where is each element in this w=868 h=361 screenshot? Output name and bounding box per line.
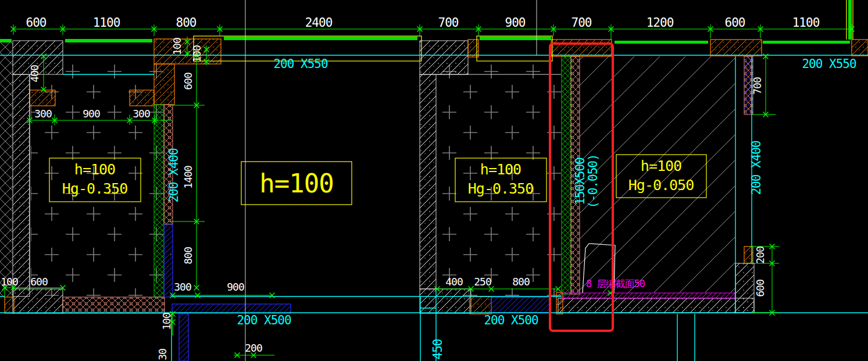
dim-label[interactable]: 1200 xyxy=(646,16,674,30)
dim-label[interactable]: 100 xyxy=(1,276,18,288)
dim-label[interactable]: 700 xyxy=(751,77,763,95)
beam-label[interactable]: 200 X550 xyxy=(273,57,328,71)
dim-label[interactable]: 200 xyxy=(754,246,766,264)
left-edge-crosshatch xyxy=(0,41,13,296)
green-bar xyxy=(763,41,850,44)
cad-drawing-canvas[interactable]: 600 1100 800 2400 700 900 700 1200 600 1… xyxy=(0,0,868,361)
dim-label[interactable]: 100 xyxy=(191,45,203,63)
green-column-strip xyxy=(562,56,571,294)
beam-label[interactable]: 450 xyxy=(431,339,445,359)
orange-block xyxy=(470,296,491,314)
cad-plan-svg[interactable]: 600 1100 800 2400 700 900 700 1200 600 1… xyxy=(0,0,868,361)
room-label[interactable]: Hg-0.350 xyxy=(62,180,127,197)
green-bar xyxy=(615,41,708,44)
beam-label[interactable]: 200 X500 xyxy=(484,313,538,327)
dim-label[interactable]: 700 xyxy=(571,16,592,30)
dim-label[interactable]: 600 xyxy=(182,73,194,90)
blue-beam-horizontal xyxy=(172,304,291,313)
wall-bottom-left xyxy=(13,289,63,313)
dim-label[interactable]: 900 xyxy=(227,281,244,293)
beam-label[interactable]: 200 X400 xyxy=(167,148,181,203)
dim-label[interactable]: 600 xyxy=(30,276,48,288)
beam-label[interactable]: 200 X400 xyxy=(749,141,763,195)
orange-block xyxy=(710,40,762,56)
dim-label[interactable]: 250 xyxy=(474,276,491,288)
dim-label[interactable]: 600 xyxy=(725,16,745,30)
green-bar-vertical xyxy=(848,0,852,40)
wall-right-return xyxy=(735,263,754,313)
orange-block xyxy=(30,90,55,106)
shrink-section-note[interactable]: 8 层缩截面50 xyxy=(586,278,645,289)
room-label[interactable]: Hg-0.050 xyxy=(628,177,694,194)
dim-label[interactable]: 1400 xyxy=(182,166,194,189)
dim-label[interactable]: 400 xyxy=(445,276,463,288)
wall-mid-vertical xyxy=(420,74,436,289)
blue-column-strip xyxy=(164,224,173,297)
blue-beam-horizontal xyxy=(491,297,551,313)
magenta-shrink-strip xyxy=(562,293,735,298)
dim-label[interactable]: 300 xyxy=(133,108,150,120)
dim-label[interactable]: 200 xyxy=(245,342,262,354)
wall-left-vertical xyxy=(13,74,30,296)
dim-label[interactable]: 30 xyxy=(156,349,169,360)
dim-label[interactable]: 700 xyxy=(438,16,459,30)
pink-bottom-strip xyxy=(63,297,165,313)
dim-label[interactable]: 600 xyxy=(754,280,766,297)
beam-label[interactable]: 200 X500 xyxy=(237,313,291,327)
beam-label[interactable]: 150X500 xyxy=(573,158,587,205)
green-column-strip xyxy=(154,105,164,297)
dim-label[interactable]: 800 xyxy=(512,276,530,288)
room-label[interactable]: h=100 xyxy=(480,161,521,178)
orange-block xyxy=(154,64,174,105)
green-bar xyxy=(224,37,417,40)
top-dimension-row: 600 1100 800 2400 700 900 700 1200 600 1… xyxy=(26,16,820,30)
dim-label[interactable]: 900 xyxy=(83,108,100,120)
dim-label[interactable]: 900 xyxy=(505,16,526,30)
dim-label[interactable]: 100 xyxy=(160,313,173,330)
orange-block xyxy=(551,40,612,56)
room3-plus-grid xyxy=(438,60,561,296)
dim-label[interactable]: 300 xyxy=(174,281,191,293)
orange-block xyxy=(852,40,868,56)
dim-label[interactable]: 800 xyxy=(176,16,197,30)
wall-mid-top xyxy=(420,41,468,74)
dim-label[interactable]: 2400 xyxy=(305,16,333,30)
dim-label[interactable]: 800 xyxy=(182,247,194,265)
green-bar xyxy=(65,39,152,42)
room-label[interactable]: Hg-0.350 xyxy=(468,180,533,197)
beam-label[interactable]: 200 X550 xyxy=(802,57,856,71)
room-label[interactable]: h=100 xyxy=(641,158,681,174)
dim-label[interactable]: 600 xyxy=(26,16,47,30)
orange-block xyxy=(130,90,154,106)
dim-label[interactable]: 100 xyxy=(171,38,183,55)
dim-label[interactable]: 400 xyxy=(28,65,41,83)
wall-bottom-right-band xyxy=(558,298,754,313)
green-bar xyxy=(0,39,12,42)
green-bar-group xyxy=(0,0,852,44)
room-label[interactable]: h=100 xyxy=(74,161,115,178)
dim-label[interactable]: 1100 xyxy=(93,16,120,30)
room-label[interactable]: h=100 xyxy=(259,169,333,198)
green-bar xyxy=(480,37,551,40)
dim-label[interactable]: 300 xyxy=(34,108,52,120)
room4-floor-hatch xyxy=(580,56,735,292)
dim-label[interactable]: 1100 xyxy=(792,16,820,30)
beam-label[interactable]: (-0.050) xyxy=(586,154,600,208)
orange-block xyxy=(5,297,14,313)
blue-column-bottom xyxy=(179,314,188,361)
wall-mid-bottom xyxy=(420,289,471,313)
